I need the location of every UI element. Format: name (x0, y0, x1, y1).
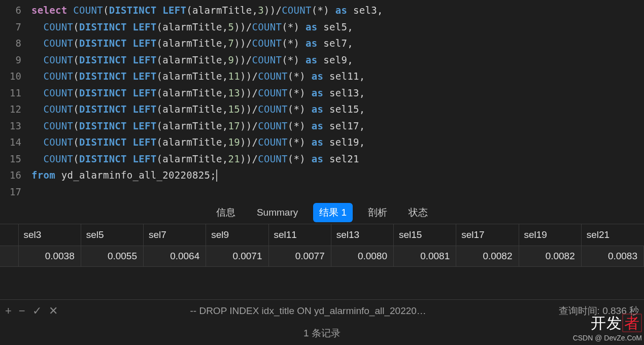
code-line[interactable]: COUNT(DISTINCT LEFT(alarmTitle,5))/COUNT… (31, 19, 644, 36)
line-number: 12 (0, 101, 31, 118)
row-selector[interactable] (0, 246, 18, 267)
results-table[interactable]: sel3sel5sel7sel9sel11sel13sel15sel17sel1… (0, 224, 644, 267)
watermark-main: 开发 (591, 315, 622, 331)
line-number: 8 (0, 35, 31, 52)
code-line[interactable]: COUNT(DISTINCT LEFT(alarmTitle,17))/COUN… (31, 118, 644, 134)
code-editor[interactable]: 67891011121314151617 select COUNT(DISTIN… (0, 0, 644, 201)
column-header[interactable]: sel15 (394, 224, 456, 246)
column-header[interactable]: sel11 (268, 224, 331, 246)
remove-row-icon[interactable]: − (19, 304, 25, 318)
text-cursor (216, 169, 217, 182)
code-line[interactable]: COUNT(DISTINCT LEFT(alarmTitle,19))/COUN… (31, 134, 644, 151)
column-header[interactable]: sel9 (206, 224, 268, 246)
tab-Summary[interactable]: Summary (251, 204, 304, 221)
results-panel: sel3sel5sel7sel9sel11sel13sel15sel17sel1… (0, 224, 644, 299)
line-number: 10 (0, 68, 31, 85)
cell[interactable]: 0.0071 (206, 246, 268, 267)
column-header[interactable]: sel13 (331, 224, 393, 246)
last-query-text: -- DROP INDEX idx_title ON yd_alarminfo_… (68, 305, 549, 317)
row-selector-header (0, 224, 18, 246)
line-number: 16 (0, 167, 31, 184)
watermark-sub: DevZe.CoM (604, 334, 642, 342)
column-header[interactable]: sel19 (519, 224, 581, 246)
record-count: 1 条记录 (0, 327, 644, 340)
tab-结果 1[interactable]: 结果 1 (313, 203, 353, 222)
tab-信息[interactable]: 信息 (210, 203, 242, 222)
status-bar: + − ✓ ✕ -- DROP INDEX idx_title ON yd_al… (0, 299, 644, 322)
line-gutter: 67891011121314151617 (0, 0, 31, 201)
cancel-icon[interactable]: ✕ (49, 304, 58, 318)
results-tabbar: 信息Summary结果 1剖析状态 (0, 201, 644, 224)
cell[interactable]: 0.0080 (331, 246, 393, 267)
watermark: 开发者 CSDN @ DevZe.CoM (573, 313, 642, 342)
line-number: 13 (0, 118, 31, 134)
line-number: 11 (0, 85, 31, 101)
code-line[interactable]: COUNT(DISTINCT LEFT(alarmTitle,15))/COUN… (31, 101, 644, 118)
cell[interactable]: 0.0077 (268, 246, 331, 267)
line-number: 9 (0, 52, 31, 68)
column-header[interactable]: sel5 (81, 224, 143, 246)
cell[interactable]: 0.0082 (456, 246, 519, 267)
code-line[interactable]: COUNT(DISTINCT LEFT(alarmTitle,13))/COUN… (31, 85, 644, 101)
column-header[interactable]: sel7 (144, 224, 206, 246)
line-number: 7 (0, 19, 31, 36)
code-line[interactable]: COUNT(DISTINCT LEFT(alarmTitle,9))/COUNT… (31, 52, 644, 68)
line-number: 17 (0, 184, 31, 200)
code-line[interactable]: select COUNT(DISTINCT LEFT(alarmTitle,3)… (31, 2, 644, 19)
watermark-red: 者 (622, 314, 642, 332)
column-header[interactable]: sel17 (456, 224, 519, 246)
tab-剖析[interactable]: 剖析 (362, 203, 393, 222)
column-header[interactable]: sel3 (18, 224, 81, 246)
table-body: 0.00380.00550.00640.00710.00770.00800.00… (0, 246, 644, 267)
line-number: 6 (0, 2, 31, 19)
column-header[interactable]: sel21 (581, 224, 643, 246)
code-line[interactable]: from yd_alarminfo_all_20220825; (31, 167, 644, 184)
cell[interactable]: 0.0064 (144, 246, 206, 267)
cell[interactable]: 0.0083 (581, 246, 643, 267)
cell[interactable]: 0.0038 (18, 246, 81, 267)
table-row[interactable]: 0.00380.00550.00640.00710.00770.00800.00… (0, 246, 644, 267)
code-line[interactable]: COUNT(DISTINCT LEFT(alarmTitle,21))/COUN… (31, 151, 644, 167)
tab-状态[interactable]: 状态 (402, 203, 434, 222)
cell[interactable]: 0.0082 (519, 246, 581, 267)
code-line[interactable]: COUNT(DISTINCT LEFT(alarmTitle,7))/COUNT… (31, 35, 644, 52)
line-number: 15 (0, 151, 31, 167)
footer-bar: 1 条记录 (0, 322, 644, 345)
cell[interactable]: 0.0055 (81, 246, 143, 267)
line-number: 14 (0, 134, 31, 151)
code-content[interactable]: select COUNT(DISTINCT LEFT(alarmTitle,3)… (31, 0, 644, 201)
table-header-row: sel3sel5sel7sel9sel11sel13sel15sel17sel1… (0, 224, 644, 246)
cell[interactable]: 0.0081 (394, 246, 456, 267)
code-line[interactable] (31, 184, 644, 200)
code-line[interactable]: COUNT(DISTINCT LEFT(alarmTitle,11))/COUN… (31, 68, 644, 85)
csdn-label: CSDN @ (573, 334, 602, 342)
commit-icon[interactable]: ✓ (32, 304, 42, 318)
add-row-icon[interactable]: + (5, 304, 12, 318)
